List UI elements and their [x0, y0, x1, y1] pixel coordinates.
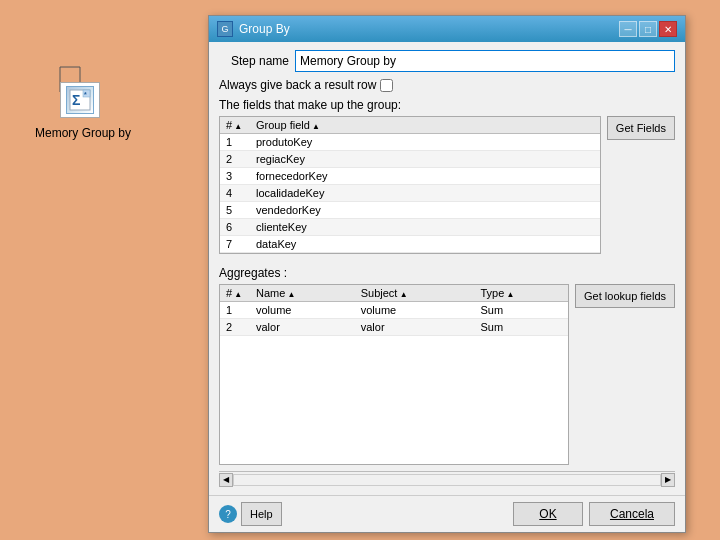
component-icon: Σ * [60, 82, 100, 118]
always-give-row: Always give back a result row [219, 78, 675, 92]
dialog-content: Step name Memory Group by Always give ba… [209, 42, 685, 495]
table-row: 7dataKey [220, 236, 600, 253]
step-name-label: Step name [219, 54, 289, 68]
fields-section-label: The fields that make up the group: [219, 98, 675, 112]
fields-table: # Group field 1produtoKey2regiacKey3forn… [220, 117, 600, 253]
aggregates-label: Aggregates : [219, 266, 675, 280]
component-icon-inner: Σ * [66, 86, 94, 114]
help-button[interactable]: Help [241, 502, 282, 526]
scroll-right-arrow[interactable]: ▶ [661, 473, 675, 487]
bottom-section: # Name Subject Type 1volumevolumeSum2val… [219, 284, 675, 471]
row-num: 1 [220, 134, 250, 151]
agg-subject: volume [355, 302, 475, 319]
svg-text:*: * [84, 91, 87, 98]
get-lookups-button[interactable]: Get lookup fields [575, 284, 675, 308]
close-button[interactable]: ✕ [659, 21, 677, 37]
agg-table: # Name Subject Type 1volumevolumeSum2val… [220, 285, 568, 336]
agg-btn-side: Get lookup fields [575, 284, 675, 471]
col-num[interactable]: # [220, 117, 250, 134]
table-row: 3fornecedorKey [220, 168, 600, 185]
table-row: 4localidadeKey [220, 185, 600, 202]
agg-type: Sum [474, 319, 568, 336]
group-by-dialog: G Group By ─ □ ✕ Step name Memory Group … [208, 15, 686, 533]
row-field: fornecedorKey [250, 168, 600, 185]
agg-col-name[interactable]: Name [250, 285, 355, 302]
agg-table-header: # Name Subject Type [220, 285, 568, 302]
maximize-button[interactable]: □ [639, 21, 657, 37]
scroll-left-arrow[interactable]: ◀ [219, 473, 233, 487]
col-group-field[interactable]: Group field [250, 117, 600, 134]
row-num: 4 [220, 185, 250, 202]
top-section: # Group field 1produtoKey2regiacKey3forn… [219, 116, 675, 260]
cancel-button[interactable]: Cancela [589, 502, 675, 526]
step-name-input[interactable]: Memory Group by [295, 50, 675, 72]
agg-num: 2 [220, 319, 250, 336]
row-field: dataKey [250, 236, 600, 253]
horizontal-scrollbar[interactable]: ◀ ▶ [219, 471, 675, 487]
agg-name: valor [250, 319, 355, 336]
always-give-checkbox[interactable] [380, 79, 393, 92]
dialog-title: Group By [239, 22, 290, 36]
row-field: vendedorKey [250, 202, 600, 219]
dialog-title-icon: G [217, 21, 233, 37]
dialog-footer: ? Help OK Cancela [209, 495, 685, 532]
help-icon: ? [219, 505, 237, 523]
scrollbar-track[interactable] [233, 474, 661, 486]
row-field: localidadeKey [250, 185, 600, 202]
sidebar: Σ * Memory Group by [0, 0, 175, 540]
fields-table-container: # Group field 1produtoKey2regiacKey3forn… [219, 116, 601, 254]
table-row: 5vendedorKey [220, 202, 600, 219]
agg-table-body: 1volumevolumeSum2valorvalorSum [220, 302, 568, 336]
table-row: 1volumevolumeSum [220, 302, 568, 319]
row-num: 5 [220, 202, 250, 219]
row-num: 7 [220, 236, 250, 253]
fields-table-header: # Group field [220, 117, 600, 134]
always-give-label: Always give back a result row [219, 78, 376, 92]
ok-button[interactable]: OK [513, 502, 583, 526]
table-row: 2regiacKey [220, 151, 600, 168]
row-num: 3 [220, 168, 250, 185]
table-row: 1produtoKey [220, 134, 600, 151]
agg-col-subject[interactable]: Subject [355, 285, 475, 302]
agg-col-type[interactable]: Type [474, 285, 568, 302]
footer-help: ? Help [219, 502, 282, 526]
minimize-button[interactable]: ─ [619, 21, 637, 37]
sigma-icon: Σ * [69, 89, 91, 111]
row-num: 2 [220, 151, 250, 168]
agg-type: Sum [474, 302, 568, 319]
step-name-row: Step name Memory Group by [219, 50, 675, 72]
agg-subject: valor [355, 319, 475, 336]
svg-text:Σ: Σ [72, 92, 80, 108]
footer-buttons: OK Cancela [513, 502, 675, 526]
row-field: regiacKey [250, 151, 600, 168]
get-fields-button[interactable]: Get Fields [607, 116, 675, 140]
agg-col-num[interactable]: # [220, 285, 250, 302]
table-row: 2valorvalorSum [220, 319, 568, 336]
fields-table-body: 1produtoKey2regiacKey3fornecedorKey4loca… [220, 134, 600, 253]
agg-name: volume [250, 302, 355, 319]
window-controls: ─ □ ✕ [619, 21, 677, 37]
row-field: produtoKey [250, 134, 600, 151]
agg-num: 1 [220, 302, 250, 319]
component-label: Memory Group by [28, 126, 138, 140]
fields-btn-side: Get Fields [607, 116, 675, 260]
agg-table-container: # Name Subject Type 1volumevolumeSum2val… [219, 284, 569, 465]
dialog-titlebar: G Group By ─ □ ✕ [209, 16, 685, 42]
row-field: clienteKey [250, 219, 600, 236]
table-row: 6clienteKey [220, 219, 600, 236]
row-num: 6 [220, 219, 250, 236]
